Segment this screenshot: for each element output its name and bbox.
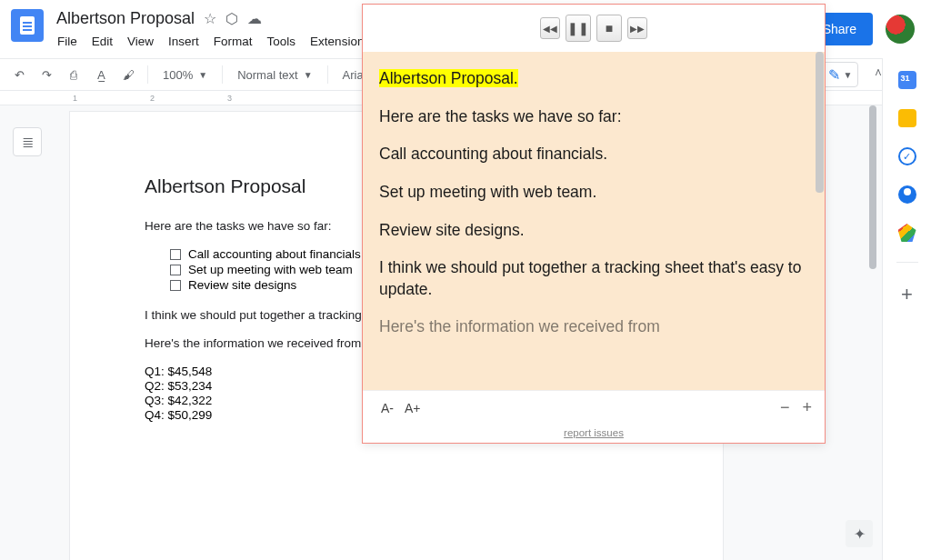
screen-reader-panel: ◀◀ ❚❚ ■ ▶▶ Albertson Proposal. Here are … <box>362 4 826 444</box>
reader-line: Here's the information we received from <box>379 316 808 338</box>
zoom-dropdown[interactable]: 100%▼ <box>155 63 215 86</box>
rewind-icon[interactable]: ◀◀ <box>540 17 560 39</box>
reader-line: Review site designs. <box>379 220 808 242</box>
font-decrease-button[interactable]: A- <box>375 399 399 417</box>
pause-icon[interactable]: ❚❚ <box>566 15 591 42</box>
report-issues-link[interactable]: report issues <box>363 425 825 443</box>
star-icon[interactable]: ☆ <box>204 10 216 27</box>
style-dropdown[interactable]: Normal text▼ <box>230 63 319 86</box>
explore-icon[interactable]: ✦ <box>846 520 873 547</box>
reader-controls: ◀◀ ❚❚ ■ ▶▶ <box>363 5 825 52</box>
contacts-icon[interactable] <box>898 185 916 204</box>
reader-line: Call accounting about financials. <box>379 144 808 165</box>
scrollbar-thumb[interactable] <box>869 105 876 269</box>
font-increase-button[interactable]: A+ <box>399 399 426 417</box>
checkbox-icon[interactable] <box>170 249 181 260</box>
side-divider <box>896 262 918 263</box>
side-panel: + <box>882 58 931 560</box>
reader-line: Set up meeting with web team. <box>379 182 808 204</box>
calendar-icon[interactable] <box>898 71 916 89</box>
reader-text-body[interactable]: Albertson Proposal. Here are the tasks w… <box>363 52 825 390</box>
mode-dropdown[interactable]: ✎▼ <box>822 62 858 87</box>
cloud-status-icon[interactable]: ☁ <box>247 10 262 27</box>
reader-footer: A- A+ − + <box>363 390 825 425</box>
paint-format-icon[interactable]: 🖌 <box>116 63 140 86</box>
checkbox-icon[interactable] <box>170 265 181 275</box>
undo-icon[interactable]: ↶ <box>7 63 31 86</box>
account-avatar[interactable] <box>886 15 915 44</box>
menu-tools[interactable]: Tools <box>261 31 303 52</box>
print-icon[interactable]: ⎙ <box>62 63 85 86</box>
tasks-icon[interactable] <box>898 147 916 165</box>
redo-icon[interactable]: ↷ <box>35 63 58 86</box>
docs-logo-icon[interactable] <box>11 9 44 42</box>
spellcheck-icon[interactable]: A̲ <box>89 63 113 86</box>
menu-file[interactable]: File <box>51 31 84 52</box>
checkbox-icon[interactable] <box>170 280 181 291</box>
toolbar-separator <box>222 65 223 84</box>
outline-toggle-icon[interactable]: ≣ <box>13 127 42 156</box>
zoom-out-icon[interactable]: − <box>780 398 790 417</box>
menu-format[interactable]: Format <box>207 31 259 52</box>
toolbar-separator <box>327 65 328 84</box>
keep-icon[interactable] <box>898 109 916 127</box>
forward-icon[interactable]: ▶▶ <box>627 17 647 39</box>
move-icon[interactable]: ⬡ <box>225 10 238 27</box>
menu-insert[interactable]: Insert <box>162 31 205 52</box>
maps-icon[interactable] <box>898 224 916 242</box>
add-addon-icon[interactable]: + <box>901 283 913 306</box>
reader-line: Here are the tasks we have so far: <box>379 106 808 128</box>
menu-view[interactable]: View <box>121 31 160 52</box>
collapse-toolbar-icon[interactable]: ＾ <box>866 62 891 87</box>
reader-highlighted-line: Albertson Proposal. <box>379 69 518 87</box>
zoom-in-icon[interactable]: + <box>802 398 812 417</box>
reader-scrollbar[interactable] <box>816 52 824 193</box>
reader-line: I think we should put together a trackin… <box>379 257 808 300</box>
toolbar-separator <box>147 65 148 84</box>
stop-icon[interactable]: ■ <box>596 15 622 42</box>
document-title[interactable]: Albertson Proposal <box>51 9 200 28</box>
menu-edit[interactable]: Edit <box>85 31 119 52</box>
